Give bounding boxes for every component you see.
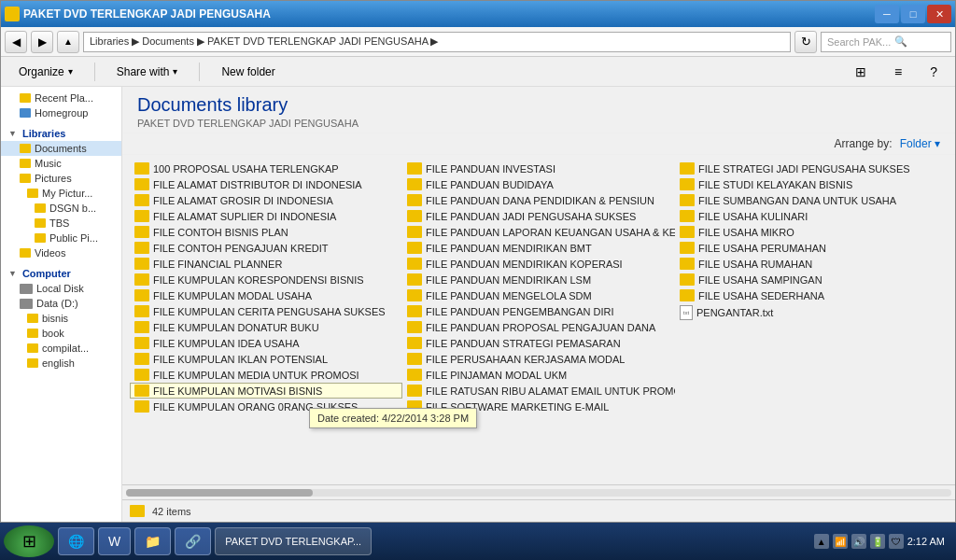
organize-button[interactable]: Organize ▾	[8, 60, 83, 84]
sidebar-item-recent[interactable]: Recent Pla...	[1, 91, 121, 105]
list-item[interactable]: FILE ALAMAT DISTRIBUTOR DI INDONESIA	[130, 176, 402, 192]
taskbar-ie-button[interactable]: 🌐	[58, 527, 94, 555]
list-item[interactable]: FILE KUMPULAN IDEA USAHA	[130, 335, 402, 351]
list-item[interactable]: FILE RATUSAN RIBU ALAMAT EMAIL UNTUK PRO…	[402, 383, 675, 399]
horizontal-scrollbar[interactable]	[122, 484, 955, 499]
list-item[interactable]: 100 PROPOSAL USAHA TERLENGKAP	[130, 161, 402, 176]
start-button[interactable]: ⊞	[4, 525, 54, 557]
libraries-header[interactable]: ▼ Libraries	[1, 124, 121, 141]
tray-icon-antivirus[interactable]: 🛡	[889, 534, 904, 549]
folder-icon	[134, 210, 149, 222]
list-item[interactable]: FILE KUMPULAN CERITA PENGUSAHA SUKSES	[130, 303, 402, 319]
tooltip-text: Date created: 4/22/2014 3:28 PM	[317, 413, 469, 424]
sidebar-item-english[interactable]: english	[1, 356, 121, 371]
list-item[interactable]: FILE STUDI KELAYAKAN BISNIS	[675, 176, 948, 192]
list-item[interactable]: FILE PANDUAN PENGEMBANGAN DIRI	[402, 303, 675, 319]
list-item[interactable]: FILE PANDUAN MENDIRIKAN KOPERASI	[402, 256, 675, 272]
share-with-button[interactable]: Share with ▾	[106, 60, 189, 84]
forward-button[interactable]: ▶	[31, 31, 53, 53]
list-item[interactable]: FILE CONTOH PENGAJUAN KREDIT	[130, 240, 402, 256]
list-item[interactable]: FILE PANDUAN MENDIRIKAN LSM	[402, 272, 675, 287]
address-input[interactable]: Libraries ▶ Documents ▶ PAKET DVD TERLEN…	[83, 32, 791, 52]
maximize-button[interactable]: □	[901, 5, 925, 23]
sidebar-item-my-pictures[interactable]: My Pictur...	[1, 186, 121, 201]
sidebar-item-music[interactable]: Music	[1, 156, 121, 171]
sidebar-item-bisnis[interactable]: bisnis	[1, 311, 121, 326]
tray-icon-1[interactable]: ▲	[814, 534, 829, 549]
list-item[interactable]: FILE CONTOH BISNIS PLAN	[130, 224, 402, 240]
list-item[interactable]: FILE KUMPULAN MEDIA UNTUK PROMOSI	[130, 367, 402, 383]
list-item[interactable]: FILE PANDUAN LAPORAN KEUANGAN USAHA & KE…	[402, 224, 675, 240]
window-controls: ─ □ ✕	[875, 5, 951, 23]
tray-icon-sound[interactable]: 🔊	[851, 534, 866, 549]
list-item[interactable]: FILE STRATEGI JADI PENGUSAHA SUKSES	[675, 161, 948, 176]
taskbar-network-button[interactable]: 🔗	[175, 527, 211, 555]
folder-icon	[680, 210, 695, 222]
folder-arrange-button[interactable]: Folder ▾	[900, 137, 940, 150]
list-item[interactable]: FILE PERUSAHAAN KERJASAMA MODAL	[402, 351, 675, 367]
up-button[interactable]: ▲	[57, 31, 79, 53]
close-button[interactable]: ✕	[927, 5, 951, 23]
folder-icon	[680, 226, 695, 238]
sidebar-item-book[interactable]: book	[1, 326, 121, 341]
search-box[interactable]: Search PAK... 🔍	[821, 32, 951, 52]
list-item[interactable]: FILE KUMPULAN DONATUR BUKU	[130, 319, 402, 335]
folder-icon	[134, 273, 149, 286]
list-item[interactable]: FILE USAHA MIKRO	[675, 224, 948, 240]
list-item[interactable]: FILE ALAMAT SUPLIER DI INDONESIA	[130, 208, 402, 224]
list-item[interactable]: FILE PANDUAN STRATEGI PEMASARAN	[402, 335, 675, 351]
list-item[interactable]: FILE USAHA SAMPINGAN	[675, 272, 948, 287]
sidebar-item-pictures[interactable]: Pictures	[1, 171, 121, 186]
new-folder-button[interactable]: New folder	[211, 60, 285, 84]
sidebar-item-tbs[interactable]: TBS	[1, 216, 121, 231]
list-item[interactable]: FILE PANDUAN BUDIDAYA	[402, 176, 675, 192]
list-item[interactable]: FILE PANDUAN PROPOSAL PENGAJUAN DANA	[402, 319, 675, 335]
sidebar-item-data-d[interactable]: Data (D:)	[1, 296, 121, 311]
list-item[interactable]: FILE PINJAMAN MODAL UKM	[402, 367, 675, 383]
sidebar-item-compilat[interactable]: compilat...	[1, 341, 121, 356]
view-button[interactable]: ⊞	[845, 60, 877, 84]
tray-icon-network[interactable]: 📶	[833, 534, 848, 549]
taskbar-explorer-button[interactable]: 📁	[134, 527, 171, 555]
folder-icon	[407, 305, 422, 317]
back-button[interactable]: ◀	[5, 31, 27, 53]
minimize-button[interactable]: ─	[875, 5, 899, 23]
details-button[interactable]: ≡	[884, 60, 912, 84]
scroll-thumb[interactable]	[126, 489, 313, 497]
list-item[interactable]: FILE USAHA KULINARI	[675, 208, 948, 224]
list-item[interactable]: FILE USAHA SEDERHANA	[675, 287, 948, 303]
list-item[interactable]: txtPENGANTAR.txt	[675, 303, 948, 322]
sidebar-item-homegroup[interactable]: Homegroup	[1, 105, 121, 120]
list-item[interactable]: FILE SUMBANGAN DANA UNTUK USAHA	[675, 192, 948, 208]
list-item[interactable]: FILE PANDUAN MENDIRIKAN BMT	[402, 240, 675, 256]
list-item[interactable]: FILE USAHA PERUMAHAN	[675, 240, 948, 256]
sidebar-item-dsgn[interactable]: DSGN b...	[1, 201, 121, 216]
sidebar-item-public-pi[interactable]: Public Pi...	[1, 231, 121, 245]
taskbar-word-button[interactable]: W	[98, 527, 131, 555]
list-item[interactable]: FILE PANDUAN JADI PENGUSAHA SUKSES	[402, 208, 675, 224]
list-item[interactable]: FILE PANDUAN MENGELOLA SDM	[402, 287, 675, 303]
folder-icon	[134, 178, 149, 190]
list-item[interactable]: FILE KUMPULAN IKLAN POTENSIAL	[130, 351, 402, 367]
list-item[interactable]: FILE KUMPULAN MODAL USAHA	[130, 287, 402, 303]
sidebar-item-videos[interactable]: Videos	[1, 245, 121, 260]
computer-header[interactable]: ▼ Computer	[1, 264, 121, 281]
file-column-2: FILE PANDUAN INVESTASIFILE PANDUAN BUDID…	[402, 161, 675, 479]
list-item[interactable]: FILE USAHA RUMAHAN	[675, 256, 948, 272]
refresh-button[interactable]: ↻	[794, 31, 817, 53]
computer-expand: ▼	[8, 269, 17, 278]
list-item[interactable]: FILE PANDUAN INVESTASI	[402, 161, 675, 176]
list-item[interactable]: FILE KUMPULAN MOTIVASI BISNIS	[130, 383, 402, 399]
documents-icon	[20, 144, 31, 153]
search-placeholder: Search PAK...	[827, 36, 891, 48]
taskbar-window-button[interactable]: PAKET DVD TERLENGKAP...	[215, 527, 372, 555]
list-item[interactable]: FILE ALAMAT GROSIR DI INDONESIA	[130, 192, 402, 208]
sidebar-item-local-disk[interactable]: Local Disk	[1, 281, 121, 296]
list-item[interactable]: FILE PANDUAN DANA PENDIDIKAN & PENSIUN	[402, 192, 675, 208]
list-item[interactable]: FILE KUMPULAN KORESPONDENSI BISNIS	[130, 272, 402, 287]
help-button[interactable]: ?	[920, 60, 948, 84]
explorer-window: PAKET DVD TERLENGKAP JADI PENGUSAHA ─ □ …	[0, 0, 956, 523]
list-item[interactable]: FILE FINANCIAL PLANNER	[130, 256, 402, 272]
tray-icon-battery[interactable]: 🔋	[870, 534, 885, 549]
sidebar-item-documents[interactable]: Documents	[1, 141, 121, 156]
